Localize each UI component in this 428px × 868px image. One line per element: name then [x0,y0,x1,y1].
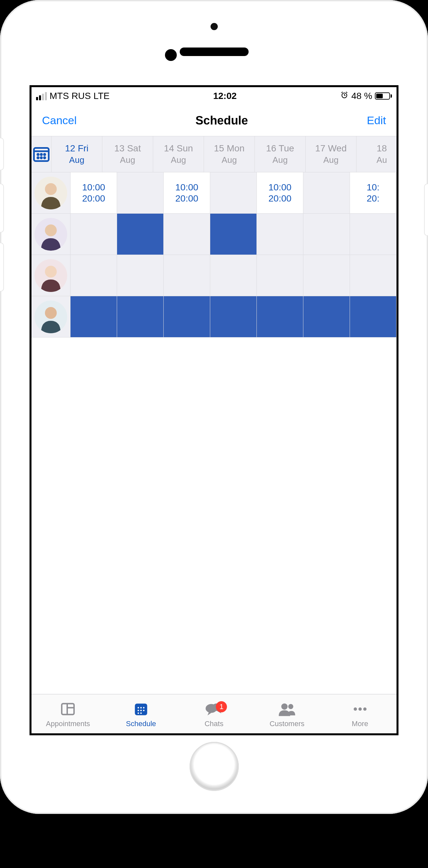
day-header[interactable]: 14 SunAug [153,136,204,172]
schedule-cell[interactable] [210,214,257,255]
schedule-icon [133,700,149,718]
day-month: Aug [323,155,339,165]
schedule-cell[interactable] [350,214,397,255]
svg-point-26 [140,707,142,708]
schedule-cell[interactable]: 10:0020:00 [257,173,303,213]
nav-bar: Cancel Schedule Edit [31,105,397,136]
day-month: Aug [273,155,288,165]
tab-customers[interactable]: Customers [251,700,324,728]
home-button[interactable] [190,742,239,791]
staff-avatar-cell[interactable] [31,296,70,337]
tab-label: Schedule [126,719,156,728]
appointments-icon [60,700,76,718]
mute-switch [0,137,4,170]
shift-start: 10: [367,182,379,193]
power-button [424,184,428,236]
day-header[interactable]: 13 SatAug [102,136,153,172]
tab-more[interactable]: More [323,700,397,728]
front-camera [165,49,177,61]
tab-chats[interactable]: Chats1 [177,700,251,728]
day-label: 12 Fri [65,143,89,154]
schedule-cell[interactable] [257,255,303,296]
volume-up-button [0,184,4,232]
proximity-sensor [210,23,218,30]
schedule-cell[interactable] [210,255,257,296]
day-header[interactable]: 17 WedAug [306,136,356,172]
schedule-cell[interactable] [117,296,164,337]
day-header[interactable]: 18Au [356,136,397,172]
svg-point-16 [45,224,57,236]
svg-line-4 [346,92,347,93]
schedule-cell[interactable]: 10:20: [350,173,397,213]
schedule-cell[interactable]: 10:0020:00 [164,173,210,213]
svg-point-30 [143,709,145,711]
tab-label: Appointments [46,719,90,728]
svg-point-7 [37,154,39,155]
staff-avatar-cell[interactable] [31,214,70,255]
edit-button[interactable]: Edit [367,114,386,127]
day-header[interactable]: 12 FriAug [52,136,102,172]
svg-point-14 [45,183,57,195]
svg-point-8 [41,154,42,155]
svg-point-20 [45,307,57,319]
staff-avatar-cell[interactable] [31,255,70,296]
tab-label: Chats [205,719,223,728]
schedule-cell[interactable] [257,214,303,255]
svg-point-35 [281,703,288,709]
shift-end: 20:00 [82,193,105,204]
svg-point-10 [37,157,39,158]
schedule-cell[interactable] [350,255,397,296]
svg-point-27 [143,707,145,708]
day-header[interactable]: 16 TueAug [255,136,306,172]
schedule-cell[interactable] [303,255,350,296]
svg-point-28 [137,709,139,711]
schedule-cell[interactable] [70,296,117,337]
schedule-cell[interactable]: 10:0020:00 [70,173,117,213]
schedule-cell[interactable] [117,173,164,213]
staff-row [31,255,397,296]
day-header[interactable]: 15 MonAug [204,136,255,172]
cancel-button[interactable]: Cancel [42,114,77,127]
staff-avatar-cell[interactable] [31,173,70,213]
status-time: 12:02 [110,91,340,101]
network-label: LTE [93,91,110,101]
tab-label: More [352,719,368,728]
schedule-cell[interactable] [257,296,303,337]
tab-appointments[interactable]: Appointments [31,700,105,728]
schedule-cell[interactable] [303,214,350,255]
svg-point-25 [137,707,139,708]
page-title: Schedule [196,114,248,127]
staff-row [31,214,397,255]
day-month: Aug [222,155,237,165]
schedule-cell[interactable] [164,214,210,255]
calendar-icon [31,144,51,165]
schedule-cell[interactable] [210,296,257,337]
svg-point-29 [140,709,142,711]
tab-bar: AppointmentsScheduleChats1CustomersMore [31,694,397,733]
schedule-cell[interactable] [303,296,350,337]
schedule-cell[interactable] [164,296,210,337]
day-label: 13 Sat [114,143,141,154]
schedule-cell[interactable] [210,173,257,213]
svg-point-37 [353,708,357,711]
tab-schedule[interactable]: Schedule [105,700,178,728]
status-bar: MTS RUS LTE 12:02 48 % [31,87,397,105]
day-month: Aug [120,155,135,165]
signal-icon [36,92,47,100]
schedule-cell[interactable] [70,255,117,296]
battery-percent: 48 % [351,91,372,101]
calendar-picker-button[interactable] [31,136,52,172]
day-label: 18 [376,143,387,154]
schedule-cell[interactable] [303,173,350,213]
day-label: 17 Wed [315,143,347,154]
schedule-cell[interactable] [117,214,164,255]
schedule-cell[interactable] [350,296,397,337]
day-label: 15 Mon [214,143,244,154]
staff-row: 10:0020:0010:0020:0010:0020:0010:20: [31,173,397,214]
schedule-cell[interactable] [117,255,164,296]
schedule-cell[interactable] [164,255,210,296]
svg-point-9 [44,154,45,155]
tab-label: Customers [269,719,304,728]
schedule-cell[interactable] [70,214,117,255]
carrier-label: MTS RUS [50,91,91,101]
